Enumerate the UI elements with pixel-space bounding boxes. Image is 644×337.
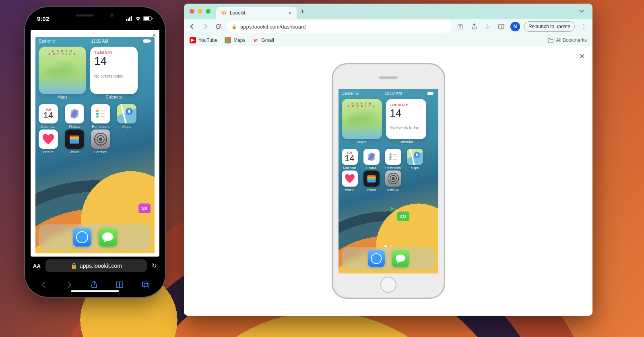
lock-icon: 🔒 <box>70 263 77 269</box>
svg-point-25 <box>99 138 102 141</box>
svg-point-11 <box>96 110 99 112</box>
maps-widget[interactable]: N O R T H A M E R I C A <box>39 47 86 94</box>
nav-forward-button[interactable] <box>201 22 210 31</box>
safari-aa-button[interactable]: AA <box>33 263 41 269</box>
bookmark-youtube[interactable]: ▶YouTube <box>190 37 217 43</box>
device-home-button[interactable] <box>380 277 396 293</box>
messages-app-icon[interactable] <box>99 228 117 247</box>
maps-widget[interactable]: N O R T H A M E R I C A <box>342 99 382 139</box>
health-app-label: Health <box>43 150 54 154</box>
kebab-menu-icon[interactable]: ⋮ <box>579 22 588 31</box>
tab-close-button[interactable]: × <box>289 10 292 16</box>
share-icon[interactable] <box>469 22 479 31</box>
svg-rect-15 <box>100 113 105 114</box>
nav-reload-button[interactable] <box>214 22 223 31</box>
settings-app-icon[interactable] <box>91 129 110 149</box>
safari-tabs-button[interactable] <box>142 281 150 288</box>
reminders-app-icon[interactable] <box>385 149 401 165</box>
calendar-widget-label: Calendar <box>90 95 138 99</box>
maps-app-icon[interactable] <box>117 104 136 123</box>
safari-reload-button[interactable]: ↻ <box>152 262 157 269</box>
svg-rect-3 <box>143 39 150 43</box>
photos-app-icon[interactable] <box>363 149 380 165</box>
bookmark-gmail[interactable]: MGmail <box>253 37 274 43</box>
dock <box>39 224 151 250</box>
folder-icon <box>548 38 553 43</box>
svg-point-48 <box>389 156 391 158</box>
wallet-app-icon[interactable] <box>363 171 380 187</box>
bookmarks-bar: ▶YouTube Maps MGmail All Bookmarks <box>184 34 592 46</box>
maps-app-label: Maps <box>122 125 131 129</box>
safari-forward-button[interactable] <box>66 281 73 288</box>
svg-rect-33 <box>144 284 149 288</box>
wifi-icon <box>355 92 359 95</box>
maps-app-icon[interactable] <box>407 149 423 165</box>
peer-cursor-na: NA <box>138 203 151 213</box>
svg-point-12 <box>96 113 99 115</box>
password-key-icon[interactable]: ⚿ <box>456 22 465 31</box>
dock <box>342 247 435 270</box>
photos-app-label: Photos <box>69 125 80 129</box>
calendar-widget[interactable]: TUESDAY 14 No events today <box>386 99 426 139</box>
messages-app-icon[interactable] <box>392 250 409 267</box>
wallet-app-icon[interactable] <box>65 129 84 149</box>
safari-page-content: × Carrier 12:02 AM N O R T H A M E R I C… <box>31 30 159 257</box>
battery-icon <box>143 16 153 21</box>
safari-url-field[interactable]: 🔒 apps.loookit.com <box>45 259 147 272</box>
safari-share-button[interactable] <box>91 281 98 289</box>
traffic-close[interactable] <box>190 9 194 14</box>
tabs-dropdown-button[interactable] <box>576 6 587 16</box>
loookit-device-frame: Carrier 12:02 AM N O R T H A M E R I C A… <box>332 63 445 299</box>
svg-point-31 <box>77 232 87 242</box>
svg-point-49 <box>389 158 391 160</box>
safari-app-icon[interactable] <box>368 250 385 267</box>
chrome-titlebar[interactable]: Loookit × + <box>184 4 592 19</box>
svg-point-61 <box>392 177 394 180</box>
calendar-app-label: Calendar <box>41 125 56 129</box>
all-bookmarks-button[interactable]: All Bookmarks <box>548 37 587 43</box>
health-app-icon[interactable] <box>342 171 358 187</box>
home-indicator[interactable] <box>71 290 119 292</box>
calendar-widget-label: Calendar <box>386 140 426 144</box>
settings-app-label: Settings <box>387 188 399 191</box>
safari-back-button[interactable] <box>40 281 47 288</box>
wallet-app-label: Wallet <box>70 150 80 154</box>
traffic-minimize[interactable] <box>198 9 202 14</box>
safari-app-icon[interactable] <box>73 228 91 247</box>
svg-point-34 <box>221 11 226 14</box>
wallet-app-label: Wallet <box>367 188 376 191</box>
sidepanel-icon[interactable] <box>497 22 506 31</box>
svg-rect-58 <box>367 180 376 183</box>
maps-widget-label: Maps <box>39 95 86 99</box>
calendar-app-icon[interactable]: TUE14 <box>39 104 58 123</box>
photos-app-icon[interactable] <box>65 104 84 123</box>
simulator-screenshot-browser: Carrier 12:02 AM N O R T H A M E R I C A… <box>339 89 438 273</box>
calendar-app-icon[interactable]: TUE14 <box>342 149 358 165</box>
nav-back-button[interactable] <box>188 22 197 31</box>
svg-point-36 <box>224 12 225 13</box>
battery-icon <box>143 39 151 43</box>
safari-bookmarks-button[interactable] <box>116 281 124 288</box>
reminders-app-icon[interactable] <box>91 104 110 123</box>
relaunch-button[interactable]: Relaunch to update <box>524 21 575 32</box>
maps-widget-label: Maps <box>342 140 382 144</box>
new-tab-button[interactable]: + <box>301 8 304 15</box>
svg-rect-51 <box>392 156 396 157</box>
url-text: apps.loookit.com/dashboard <box>240 24 306 30</box>
bookmark-star-icon[interactable]: ☆ <box>483 22 493 31</box>
chrome-window: Loookit × + 🔒 apps.loookit.com/dashboard… <box>184 4 592 316</box>
settings-app-icon[interactable] <box>385 171 401 187</box>
health-app-icon[interactable] <box>39 129 58 149</box>
peer-cursor-arrow <box>390 207 396 212</box>
browser-tab[interactable]: Loookit × <box>216 7 297 19</box>
address-bar[interactable]: 🔒 apps.loookit.com/dashboard <box>227 21 452 33</box>
bookmark-maps[interactable]: Maps <box>225 37 245 43</box>
wifi-icon <box>135 16 141 21</box>
sim-carrier: Carrier <box>342 91 354 96</box>
traffic-maximize[interactable] <box>206 9 211 14</box>
loookit-close-button[interactable]: ✕ <box>579 52 585 61</box>
svg-rect-37 <box>499 24 504 29</box>
calendar-widget[interactable]: TUESDAY 14 No events today <box>90 47 138 94</box>
profile-avatar[interactable]: N <box>510 22 520 31</box>
photos-app-label: Photos <box>366 166 376 170</box>
